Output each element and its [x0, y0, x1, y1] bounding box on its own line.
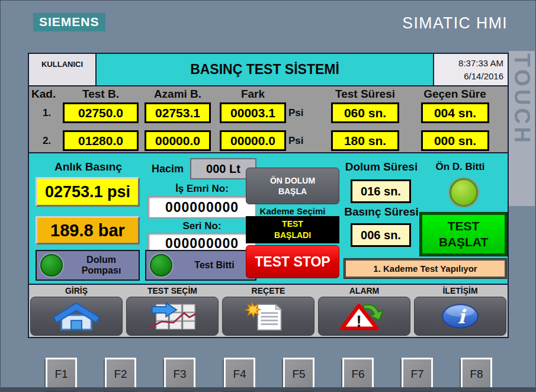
fkey-f1[interactable]: F1	[46, 358, 77, 391]
alarm-icon: !	[336, 300, 393, 332]
hmi-screen: KULLANICI BASINÇ TEST SİSTEMİ 8:37:33 AM…	[28, 53, 509, 338]
test-baslat-button[interactable]: TEST BAŞLAT	[420, 213, 507, 256]
nav-button-recete[interactable]	[222, 297, 314, 336]
date-text: 6/14/2016	[434, 70, 503, 83]
dolum-pompasi-indicator: Dolum Pompası	[36, 250, 140, 281]
col-header-test-b: Test B.	[63, 87, 139, 101]
seri-no-label: Seri No:	[147, 220, 256, 232]
col-header-gecen-sure: Geçen Süre	[413, 87, 497, 101]
dolum-pompasi-label: Dolum Pompası	[68, 255, 135, 277]
main-panel: Anlık Basınç 02753.1 psi 189.8 bar Dolum…	[29, 153, 508, 284]
nav-button-test-secim[interactable]	[126, 297, 219, 336]
gecen-sure-value-2: 000 sn.	[421, 130, 489, 151]
row-label: 2.	[35, 130, 59, 151]
basinc-suresi-value: 006 sn.	[351, 223, 411, 247]
test-bitti-label: Test Bitti	[177, 260, 252, 271]
col-header-kad: Kad.	[31, 87, 60, 101]
basinc-suresi-label: Basınç Süresi	[337, 205, 426, 219]
home-icon	[48, 300, 105, 332]
on-dolum-basla-button[interactable]: ÖN DOLUM BAŞLA	[246, 168, 339, 204]
row-label: 1.	[35, 102, 59, 123]
siemens-logo: SIEMENS	[33, 13, 105, 31]
fkey-f2[interactable]: F2	[105, 358, 136, 391]
fkey-f3[interactable]: F3	[164, 358, 195, 391]
nav-label-giris: GİRİŞ	[30, 285, 123, 297]
frame-bottom-edge	[1, 387, 535, 391]
fkey-f8[interactable]: F8	[461, 358, 492, 391]
on-d-bitti-label: Ön D. Bitti	[421, 161, 499, 173]
nav-button-iletisim[interactable]: i	[414, 297, 506, 336]
test-b-value-2[interactable]: 01280.0	[63, 130, 139, 151]
col-header-test-suresi: Test Süresi	[322, 87, 408, 101]
unit-label: Psi	[288, 130, 304, 151]
test-select-icon	[144, 300, 201, 332]
fkey-f7[interactable]: F7	[402, 358, 433, 391]
nav-button-alarm[interactable]: !	[318, 297, 410, 336]
fark-value-2: 00000.0	[220, 130, 286, 151]
test-bitti-indicator: Test Bitti	[145, 250, 256, 281]
pressure-bar-display: 189.8 bar	[36, 216, 140, 245]
touch-label: TOUCH	[509, 51, 535, 206]
dolum-pompasi-led-icon	[40, 254, 63, 277]
dolum-suresi-value: 016 sn.	[351, 179, 411, 203]
azami-b-value-1: 02753.1	[145, 102, 211, 123]
nav-bar: GİRİŞ TEST SEÇİM	[29, 285, 508, 337]
nav-label-alarm: ALARM	[318, 285, 410, 297]
datetime-display: 8:37:33 AM 6/14/2016	[434, 54, 508, 85]
on-d-bitti-led-icon	[450, 178, 478, 207]
kademe-secimi-label: Kademe Seçimi	[246, 206, 339, 216]
svg-text:!: !	[357, 313, 362, 330]
azami-b-value-2: 00000.0	[145, 130, 211, 151]
is-emri-input[interactable]: 000000000	[147, 196, 256, 219]
col-header-azami-b: Azami B.	[143, 87, 212, 101]
test-suresi-value-2[interactable]: 180 sn.	[331, 130, 399, 151]
hacim-label: Hacim	[146, 163, 189, 175]
kademe-status-bar: 1. Kademe Test Yapılıyor	[344, 259, 506, 278]
page-title: BASINÇ TEST SİSTEMİ	[97, 54, 433, 85]
fkey-f4[interactable]: F4	[224, 358, 255, 391]
nav-label-recete: REÇETE	[222, 285, 314, 297]
test-bitti-led-icon	[150, 254, 172, 277]
test-stop-button[interactable]: TEST STOP	[246, 245, 339, 278]
test-b-value-1[interactable]: 02750.0	[63, 102, 139, 123]
col-header-fark: Fark	[220, 87, 286, 101]
simatic-hmi-label: SIMATIC HMI	[402, 14, 508, 33]
nav-button-giris[interactable]	[30, 297, 123, 336]
gecen-sure-value-1: 004 sn.	[421, 102, 489, 123]
test-suresi-value-1[interactable]: 060 sn.	[331, 102, 399, 123]
nav-label-test-secim: TEST SEÇİM	[126, 285, 219, 297]
time-text: 8:37:33 AM	[434, 57, 503, 70]
info-icon: i	[432, 300, 489, 332]
is-emri-label: İş Emri No:	[147, 183, 256, 195]
user-button[interactable]: KULLANICI	[29, 54, 95, 85]
test-table: Kad. Test B. Azami B. Fark Test Süresi G…	[29, 86, 508, 152]
device-frame: SIEMENS SIMATIC HMI TOUCH KULLANICI BASI…	[0, 0, 536, 392]
test-basladi-status: TEST BAŞLADI	[246, 216, 339, 243]
fark-value-1: 00003.1	[220, 102, 286, 123]
recipe-icon	[240, 300, 297, 332]
dolum-suresi-label: Dolum Süresi	[340, 160, 423, 173]
nav-label-iletisim: İLETİŞİM	[414, 285, 506, 297]
anlik-basinc-label: Anlık Basınç	[37, 160, 139, 173]
pressure-psi-display: 02753.1 psi	[36, 177, 140, 207]
fkey-f6[interactable]: F6	[342, 358, 374, 391]
unit-label: Psi	[288, 102, 304, 123]
fkey-f5[interactable]: F5	[283, 358, 314, 391]
